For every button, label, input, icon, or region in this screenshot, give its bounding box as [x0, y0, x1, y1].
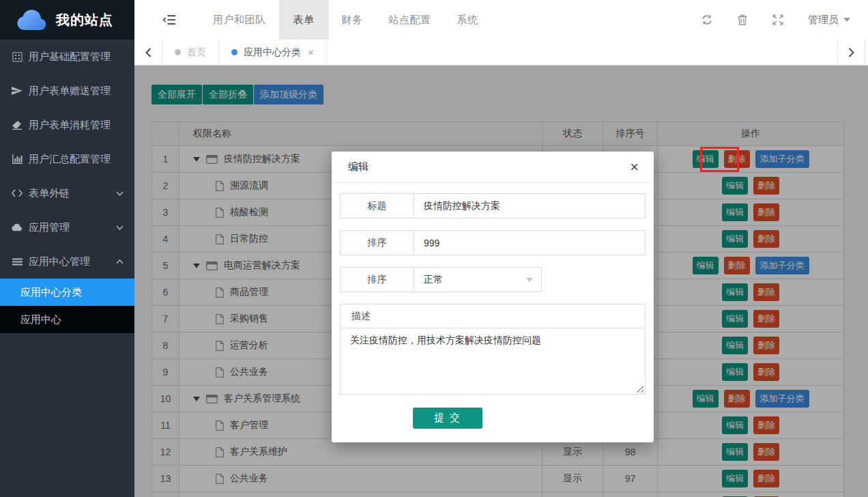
title-field-row: 标题 — [340, 193, 646, 218]
tabs-scroll-left-icon[interactable] — [134, 40, 162, 65]
nav-site-config[interactable]: 站点配置 — [376, 0, 444, 40]
chevron-down-icon — [116, 225, 124, 230]
nav-system[interactable]: 系统 — [444, 0, 491, 40]
cloud-icon — [12, 223, 23, 231]
sidebar-item-app-center-manage[interactable]: 应用中心管理 — [0, 244, 134, 279]
submit-button[interactable]: 提 交 — [413, 408, 482, 429]
order-field-label: 排序 — [341, 231, 414, 255]
dialog-body: 标题 排序 排序 正常 描述 提 交 — [332, 183, 654, 429]
code-link-icon — [12, 189, 23, 197]
sidebar-item-app-manage[interactable]: 应用管理 — [0, 210, 134, 244]
top-nav: 用户和团队 表单 财务 站点配置 系统 — [200, 0, 491, 40]
site-title: 我的站点 — [56, 11, 113, 29]
refresh-icon[interactable] — [701, 14, 712, 25]
status-select-value: 正常 — [424, 274, 443, 286]
close-icon[interactable]: × — [630, 160, 639, 175]
dialog-title: 编辑 — [348, 160, 368, 173]
description-textarea[interactable] — [341, 328, 645, 394]
menu-fold-icon[interactable] — [162, 0, 175, 40]
sidebar-subitem-app-center[interactable]: 应用中心 — [0, 306, 134, 333]
sidebar-item-form-consume[interactable]: 用户表单消耗管理 — [0, 108, 134, 142]
edit-dialog: 编辑 × 标题 排序 排序 正常 描述 提 交 — [332, 152, 654, 442]
sidebar-item-user-summary[interactable]: 用户汇总配置管理 — [0, 142, 134, 176]
tab-dot-icon — [231, 49, 237, 55]
tab-dot-icon — [175, 49, 181, 55]
header-actions: 管理员 — [676, 0, 850, 40]
tab-home[interactable]: 首页 — [162, 40, 219, 65]
sidebar: 我的站点 用户基础配置管理 用户表单赠送管理 用户表单消耗管理 用户汇总配置管理… — [0, 0, 134, 497]
top-header: 用户和团队 表单 财务 站点配置 系统 管理员 — [134, 0, 868, 40]
sidebar-item-user-base-config[interactable]: 用户基础配置管理 — [0, 40, 134, 74]
order-input[interactable] — [414, 231, 645, 255]
fullscreen-icon[interactable] — [772, 14, 783, 25]
order-field-row: 排序 — [340, 230, 646, 255]
logo: 我的站点 — [0, 0, 134, 40]
status-field-label: 排序 — [341, 268, 414, 292]
admin-menu[interactable]: 管理员 — [808, 14, 850, 27]
description-block: 描述 — [340, 304, 646, 395]
nav-users-teams[interactable]: 用户和团队 — [200, 0, 279, 40]
trash-icon[interactable] — [738, 14, 747, 25]
list-icon — [12, 258, 23, 266]
eraser-icon — [12, 121, 23, 130]
sidebar-item-form-extlink[interactable]: 表单外链 — [0, 176, 134, 210]
grid-icon — [12, 52, 23, 62]
chevron-up-icon — [116, 259, 124, 264]
title-field-label: 标题 — [341, 194, 414, 218]
admin-label: 管理员 — [808, 14, 839, 27]
cloud-logo-icon — [16, 10, 48, 31]
select-caret-icon — [526, 278, 533, 282]
status-select[interactable]: 正常 — [414, 268, 541, 292]
caret-down-icon — [843, 18, 850, 22]
send-icon — [12, 86, 23, 96]
tab-close-icon[interactable]: × — [308, 46, 314, 58]
chevron-down-icon — [116, 191, 124, 196]
bar-chart-icon — [12, 154, 23, 164]
tab-bar: 首页 应用中心分类 × — [134, 40, 868, 66]
description-label: 描述 — [341, 304, 645, 328]
tab-app-center-category[interactable]: 应用中心分类 × — [219, 40, 327, 65]
title-input[interactable] — [414, 194, 645, 218]
status-field-row: 排序 正常 — [340, 267, 542, 292]
dialog-header: 编辑 × — [332, 152, 654, 183]
sidebar-item-form-gift[interactable]: 用户表单赠送管理 — [0, 74, 134, 108]
nav-forms[interactable]: 表单 — [279, 0, 329, 40]
description-wrap — [341, 328, 645, 394]
nav-finance[interactable]: 财务 — [329, 0, 376, 40]
resize-handle-icon[interactable] — [636, 385, 643, 393]
highlight-rectangle — [700, 147, 739, 172]
sidebar-subitem-app-center-category[interactable]: 应用中心分类 — [0, 279, 134, 306]
tabs-scroll-right-icon[interactable] — [837, 40, 865, 65]
